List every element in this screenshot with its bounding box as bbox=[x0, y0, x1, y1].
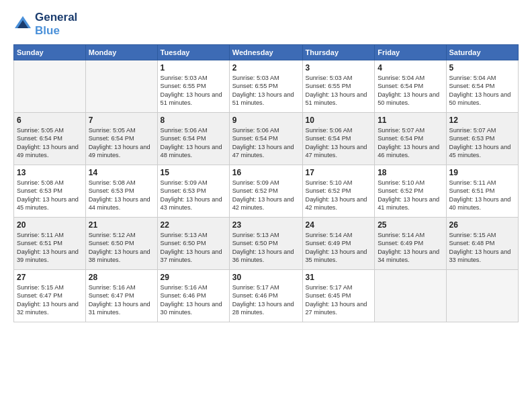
day-info: Sunrise: 5:09 AMSunset: 6:53 PMDaylight:… bbox=[161, 179, 226, 212]
calendar-cell: 29Sunrise: 5:16 AMSunset: 6:46 PMDayligh… bbox=[157, 270, 229, 322]
day-number: 20 bbox=[17, 220, 83, 230]
day-number: 9 bbox=[232, 116, 300, 125]
day-info: Sunrise: 5:06 AMSunset: 6:54 PMDaylight:… bbox=[232, 126, 300, 160]
day-info: Sunrise: 5:03 AMSunset: 6:55 PMDaylight:… bbox=[161, 74, 226, 107]
day-number: 19 bbox=[449, 168, 516, 177]
day-info: Sunrise: 5:09 AMSunset: 6:52 PMDaylight:… bbox=[232, 179, 300, 212]
calendar-week-row: 13Sunrise: 5:08 AMSunset: 6:53 PMDayligh… bbox=[14, 165, 519, 218]
day-info: Sunrise: 5:17 AMSunset: 6:45 PMDaylight:… bbox=[306, 283, 372, 317]
day-number: 21 bbox=[89, 220, 154, 230]
calendar-cell: 6Sunrise: 5:05 AMSunset: 6:54 PMDaylight… bbox=[14, 113, 86, 165]
day-info: Sunrise: 5:04 AMSunset: 6:54 PMDaylight:… bbox=[449, 74, 516, 107]
day-info: Sunrise: 5:12 AMSunset: 6:50 PMDaylight:… bbox=[89, 231, 154, 265]
day-number: 26 bbox=[449, 220, 516, 230]
calendar-cell bbox=[14, 60, 86, 113]
day-info: Sunrise: 5:16 AMSunset: 6:47 PMDaylight:… bbox=[89, 283, 154, 317]
weekday-header-thursday: Thursday bbox=[302, 45, 375, 60]
day-number: 16 bbox=[232, 168, 300, 177]
day-info: Sunrise: 5:04 AMSunset: 6:54 PMDaylight:… bbox=[378, 74, 443, 107]
day-info: Sunrise: 5:14 AMSunset: 6:49 PMDaylight:… bbox=[378, 231, 443, 265]
day-number: 27 bbox=[17, 273, 83, 282]
day-info: Sunrise: 5:13 AMSunset: 6:50 PMDaylight:… bbox=[161, 231, 226, 265]
calendar-cell: 15Sunrise: 5:09 AMSunset: 6:53 PMDayligh… bbox=[157, 165, 229, 218]
day-info: Sunrise: 5:11 AMSunset: 6:51 PMDaylight:… bbox=[449, 179, 516, 212]
calendar-table: SundayMondayTuesdayWednesdayThursdayFrid… bbox=[13, 44, 519, 322]
day-number: 8 bbox=[161, 116, 226, 125]
weekday-header-monday: Monday bbox=[85, 45, 157, 60]
weekday-header-friday: Friday bbox=[375, 45, 446, 60]
day-info: Sunrise: 5:07 AMSunset: 6:54 PMDaylight:… bbox=[378, 126, 443, 160]
day-info: Sunrise: 5:08 AMSunset: 6:53 PMDaylight:… bbox=[89, 179, 154, 212]
day-info: Sunrise: 5:11 AMSunset: 6:51 PMDaylight:… bbox=[17, 231, 83, 265]
calendar-cell: 10Sunrise: 5:06 AMSunset: 6:54 PMDayligh… bbox=[302, 113, 375, 165]
weekday-header-tuesday: Tuesday bbox=[157, 45, 229, 60]
day-number: 31 bbox=[306, 273, 372, 282]
calendar-cell: 8Sunrise: 5:06 AMSunset: 6:54 PMDaylight… bbox=[157, 113, 229, 165]
page-header: General Blue bbox=[13, 11, 519, 38]
weekday-header-row: SundayMondayTuesdayWednesdayThursdayFrid… bbox=[14, 45, 519, 60]
calendar-cell: 18Sunrise: 5:10 AMSunset: 6:52 PMDayligh… bbox=[375, 165, 446, 218]
day-number: 3 bbox=[306, 63, 372, 73]
logo-icon bbox=[13, 15, 32, 34]
calendar-cell: 16Sunrise: 5:09 AMSunset: 6:52 PMDayligh… bbox=[229, 165, 302, 218]
calendar-cell: 31Sunrise: 5:17 AMSunset: 6:45 PMDayligh… bbox=[302, 270, 375, 322]
calendar-week-row: 1Sunrise: 5:03 AMSunset: 6:55 PMDaylight… bbox=[14, 60, 519, 113]
day-number: 18 bbox=[378, 168, 443, 177]
calendar-cell: 2Sunrise: 5:03 AMSunset: 6:55 PMDaylight… bbox=[229, 60, 302, 113]
day-number: 17 bbox=[306, 168, 372, 177]
calendar-cell: 17Sunrise: 5:10 AMSunset: 6:52 PMDayligh… bbox=[302, 165, 375, 218]
day-number: 30 bbox=[232, 273, 300, 282]
day-info: Sunrise: 5:17 AMSunset: 6:46 PMDaylight:… bbox=[232, 283, 300, 317]
calendar-cell: 1Sunrise: 5:03 AMSunset: 6:55 PMDaylight… bbox=[157, 60, 229, 113]
calendar-cell: 11Sunrise: 5:07 AMSunset: 6:54 PMDayligh… bbox=[375, 113, 446, 165]
calendar-cell bbox=[375, 270, 446, 322]
calendar-cell: 9Sunrise: 5:06 AMSunset: 6:54 PMDaylight… bbox=[229, 113, 302, 165]
calendar-cell: 21Sunrise: 5:12 AMSunset: 6:50 PMDayligh… bbox=[85, 218, 157, 270]
day-info: Sunrise: 5:08 AMSunset: 6:53 PMDaylight:… bbox=[17, 179, 83, 212]
day-number: 14 bbox=[89, 168, 154, 177]
calendar-cell: 26Sunrise: 5:15 AMSunset: 6:48 PMDayligh… bbox=[446, 218, 519, 270]
day-number: 15 bbox=[161, 168, 226, 177]
day-info: Sunrise: 5:10 AMSunset: 6:52 PMDaylight:… bbox=[306, 179, 372, 212]
day-info: Sunrise: 5:03 AMSunset: 6:55 PMDaylight:… bbox=[232, 74, 300, 107]
day-info: Sunrise: 5:10 AMSunset: 6:52 PMDaylight:… bbox=[378, 179, 443, 212]
day-info: Sunrise: 5:14 AMSunset: 6:49 PMDaylight:… bbox=[306, 231, 372, 265]
day-number: 29 bbox=[161, 273, 226, 282]
day-info: Sunrise: 5:16 AMSunset: 6:46 PMDaylight:… bbox=[161, 283, 226, 317]
day-info: Sunrise: 5:05 AMSunset: 6:54 PMDaylight:… bbox=[89, 126, 154, 160]
calendar-cell: 28Sunrise: 5:16 AMSunset: 6:47 PMDayligh… bbox=[85, 270, 157, 322]
day-number: 22 bbox=[161, 220, 226, 230]
calendar-week-row: 27Sunrise: 5:15 AMSunset: 6:47 PMDayligh… bbox=[14, 270, 519, 322]
day-number: 5 bbox=[449, 63, 516, 73]
calendar-cell: 5Sunrise: 5:04 AMSunset: 6:54 PMDaylight… bbox=[446, 60, 519, 113]
calendar-cell: 4Sunrise: 5:04 AMSunset: 6:54 PMDaylight… bbox=[375, 60, 446, 113]
day-number: 6 bbox=[17, 116, 83, 125]
day-info: Sunrise: 5:07 AMSunset: 6:53 PMDaylight:… bbox=[449, 126, 516, 160]
logo: General Blue bbox=[13, 11, 77, 38]
calendar-cell: 25Sunrise: 5:14 AMSunset: 6:49 PMDayligh… bbox=[375, 218, 446, 270]
calendar-week-row: 20Sunrise: 5:11 AMSunset: 6:51 PMDayligh… bbox=[14, 218, 519, 270]
calendar-cell: 14Sunrise: 5:08 AMSunset: 6:53 PMDayligh… bbox=[85, 165, 157, 218]
day-number: 10 bbox=[306, 116, 372, 125]
day-info: Sunrise: 5:06 AMSunset: 6:54 PMDaylight:… bbox=[306, 126, 372, 160]
calendar-page: General Blue SundayMondayTuesdayWednesda… bbox=[0, 0, 532, 411]
weekday-header-wednesday: Wednesday bbox=[229, 45, 302, 60]
calendar-cell: 27Sunrise: 5:15 AMSunset: 6:47 PMDayligh… bbox=[14, 270, 86, 322]
day-info: Sunrise: 5:06 AMSunset: 6:54 PMDaylight:… bbox=[161, 126, 226, 160]
calendar-cell: 30Sunrise: 5:17 AMSunset: 6:46 PMDayligh… bbox=[229, 270, 302, 322]
calendar-cell: 13Sunrise: 5:08 AMSunset: 6:53 PMDayligh… bbox=[14, 165, 86, 218]
calendar-cell bbox=[446, 270, 519, 322]
calendar-week-row: 6Sunrise: 5:05 AMSunset: 6:54 PMDaylight… bbox=[14, 113, 519, 165]
day-number: 7 bbox=[89, 116, 154, 125]
calendar-cell: 24Sunrise: 5:14 AMSunset: 6:49 PMDayligh… bbox=[302, 218, 375, 270]
day-number: 13 bbox=[17, 168, 83, 177]
day-number: 12 bbox=[449, 116, 516, 125]
day-number: 2 bbox=[232, 63, 300, 73]
day-number: 24 bbox=[306, 220, 372, 230]
calendar-cell: 22Sunrise: 5:13 AMSunset: 6:50 PMDayligh… bbox=[157, 218, 229, 270]
day-info: Sunrise: 5:05 AMSunset: 6:54 PMDaylight:… bbox=[17, 126, 83, 160]
day-info: Sunrise: 5:15 AMSunset: 6:47 PMDaylight:… bbox=[17, 283, 83, 317]
calendar-cell: 12Sunrise: 5:07 AMSunset: 6:53 PMDayligh… bbox=[446, 113, 519, 165]
calendar-cell: 3Sunrise: 5:03 AMSunset: 6:55 PMDaylight… bbox=[302, 60, 375, 113]
weekday-header-sunday: Sunday bbox=[14, 45, 86, 60]
